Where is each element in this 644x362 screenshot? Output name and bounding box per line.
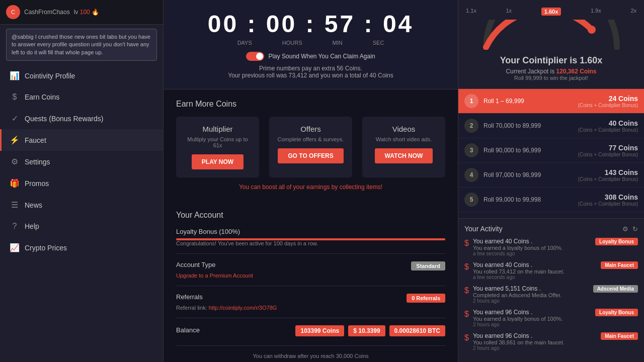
- roll-coins-val-5: 308 Coins: [578, 193, 638, 201]
- activity-badge-3: Adscend Media: [593, 285, 638, 293]
- sidebar-item-quests[interactable]: ✓ Quests (Bonus Rewards): [0, 108, 163, 129]
- filter-icon[interactable]: ⚙: [622, 225, 628, 233]
- prev-roll: Your previous roll was 73,412 and you wo…: [174, 72, 448, 79]
- sidebar-header: C CashFromChaos lv 100 🔥: [0, 0, 163, 25]
- roll-row-4: 4 Roll 97,000 to 98,999 143 Coins (Coins…: [458, 163, 644, 188]
- roll-range-2: Roll 70,000 to 89,999: [484, 122, 578, 129]
- toggle-knob: [256, 53, 263, 60]
- sidebar-item-earn[interactable]: $ Earn Coins: [0, 86, 163, 108]
- balance-coins: 103399 Coins: [295, 325, 344, 336]
- timer-section: 00 : 00 : 57 : 04 DAYS HOURS MIN SEC Pla…: [164, 0, 458, 89]
- gauge-current-badge: 1.60x: [541, 8, 561, 16]
- go-to-offers-button[interactable]: GO TO OFFERS: [278, 148, 343, 163]
- dollar-activity-icon-4: $: [464, 310, 469, 327]
- activity-desc-3: Completed an Adscend Media Offer.: [473, 292, 589, 298]
- activity-text-3: You earned 5,151 Coins . Completed an Ad…: [473, 285, 589, 304]
- gauge-label-2: 1x: [506, 8, 512, 16]
- check-icon: ✓: [10, 114, 20, 123]
- activity-item-1: $ You earned 40 Coins . You earned a loy…: [464, 238, 638, 256]
- sound-switch[interactable]: [246, 52, 264, 61]
- activity-main-1: You earned 40 Coins .: [473, 238, 591, 245]
- referral-link[interactable]: Referral link: http://cointiply.com/r/3O…: [176, 305, 445, 311]
- sidebar-item-faucet[interactable]: ⚡ Faucet: [0, 129, 163, 151]
- gauge-labels: 1.1x 1x 1.60x 1.9x 2x: [466, 8, 636, 16]
- roll-coins-sub-3: (Coins + Cointiplier Bonus): [578, 152, 638, 157]
- upgrade-link[interactable]: Upgrade to a Premium Account: [176, 273, 445, 279]
- loyalty-title: Loyalty Bonus (100%): [176, 228, 445, 235]
- label-hours: HOURS: [282, 40, 302, 46]
- nav-label-earn: Earn Coins: [25, 93, 59, 101]
- activity-section: Your Activity ⚙ ↻ $ You earned 40 Coins …: [458, 218, 644, 362]
- activity-time-3: 2 hours ago: [473, 298, 589, 304]
- roll-row-2: 2 Roll 70,000 to 89,999 40 Coins (Coins …: [458, 114, 644, 138]
- activity-header: Your Activity ⚙ ↻: [464, 225, 638, 233]
- gauge-label-1: 1.1x: [466, 8, 476, 16]
- username: CashFromChaos: [24, 9, 70, 16]
- sound-label: Play Sound When You Can Claim Again: [268, 53, 375, 60]
- play-now-button[interactable]: PLAY NOW: [192, 154, 244, 169]
- timer-hours: 00: [266, 11, 297, 37]
- sidebar-item-crypto[interactable]: 📈 Crypto Prices: [0, 237, 163, 258]
- referrals-badge: 0 Referrals: [407, 294, 445, 303]
- roll-num-1: 1: [464, 94, 478, 108]
- activity-badge-4: Loyalty Bonus: [595, 309, 638, 316]
- gauge-label-4: 2x: [630, 8, 636, 16]
- gauge-label-text: Your Cointiplier is 1.60x: [466, 55, 636, 66]
- balance-row: Balance 103399 Coins $ 10.3399 0.0002861…: [176, 325, 445, 346]
- sidebar-item-cointivity[interactable]: 📊 Cointivity Profile: [0, 65, 163, 86]
- roll-coins-val-4: 143 Coins: [578, 168, 638, 176]
- roll-coins-val-2: 40 Coins: [578, 119, 638, 127]
- gauge-label-3: 1.9x: [591, 8, 601, 16]
- avatar: C: [6, 5, 20, 19]
- roll-row-5: 5 Roll 99,000 to 99,998 308 Coins (Coins…: [458, 188, 644, 212]
- activity-badge-2: Main Faucet: [601, 261, 638, 269]
- activity-item-2: $ You earned 40 Coins . You rolled 73,41…: [464, 261, 638, 280]
- roll-coins-sub-1: (Coins + Cointiplier Bonus): [578, 103, 638, 108]
- videos-desc: Watch short video ads.: [370, 136, 437, 142]
- roll-num-5: 5: [464, 193, 478, 207]
- account-type-title: Account Type: [176, 261, 216, 268]
- activity-text-5: You earned 96 Coins . You rolled 38,661 …: [473, 332, 597, 351]
- roll-num-3: 3: [464, 143, 478, 157]
- account-title: Your Account: [176, 211, 445, 220]
- news-icon: ☰: [10, 200, 20, 210]
- multiplier-title: Multiplier: [184, 125, 251, 133]
- balance-usd: $ 10.3399: [348, 325, 385, 336]
- sidebar-item-news[interactable]: ☰ News: [0, 194, 163, 216]
- right-panel: 1.1x 1x 1.60x 1.9x 2x Your Cointiplier i…: [458, 0, 644, 362]
- roll-coins-sub-2: (Coins + Cointiplier Bonus): [578, 127, 638, 133]
- videos-title: Videos: [370, 125, 437, 133]
- sidebar-item-promos[interactable]: 🎁 Promos: [0, 172, 163, 194]
- balance-badges: 103399 Coins $ 10.3399 0.00028610 BTC: [295, 325, 445, 336]
- roll-coins-5: 308 Coins (Coins + Cointiplier Bonus): [578, 193, 638, 207]
- watch-now-button[interactable]: WATCH NOW: [375, 148, 433, 163]
- user-info: C CashFromChaos lv 100 🔥: [6, 5, 157, 19]
- nav-label-cointivity: Cointivity Profile: [25, 72, 75, 80]
- activity-main-2: You earned 40 Coins .: [473, 261, 597, 268]
- dollar-icon: $: [10, 93, 20, 102]
- svg-point-0: [588, 26, 596, 34]
- activity-desc-1: You earned a loyalty bonus of 100%.: [473, 245, 591, 251]
- sidebar-item-settings[interactable]: ⚙ Settings: [0, 151, 163, 172]
- roll-range-4: Roll 97,000 to 98,999: [484, 171, 578, 178]
- nav-items: 📊 Cointivity Profile $ Earn Coins ✓ Ques…: [0, 65, 163, 362]
- chart-icon: 📈: [10, 243, 20, 252]
- activity-item-3: $ You earned 5,151 Coins . Completed an …: [464, 285, 638, 304]
- boost-message: You can boost all of your earnings by co…: [176, 184, 445, 191]
- roll-range-5: Roll 99,000 to 99,998: [484, 196, 578, 203]
- referrals-title: Referrals: [176, 293, 203, 301]
- sidebar-item-help[interactable]: ? Help: [0, 216, 163, 237]
- referral-url[interactable]: http://cointiply.com/r/3O78G: [209, 305, 277, 311]
- roll-range-3: Roll 90,000 to 96,999: [484, 147, 578, 154]
- activity-desc-2: You rolled 73,412 on the main faucet.: [473, 268, 597, 275]
- activity-text-1: You earned 40 Coins . You earned a loyal…: [473, 238, 591, 256]
- activity-badge-1: Loyalty Bonus: [595, 238, 638, 245]
- sound-toggle[interactable]: Play Sound When You Can Claim Again: [174, 52, 448, 61]
- earn-card-videos: Videos Watch short video ads. WATCH NOW: [362, 117, 445, 177]
- refresh-icon[interactable]: ↻: [632, 225, 638, 233]
- nav-label-promos: Promos: [25, 179, 49, 188]
- earn-more-title: Earn More Coins: [176, 100, 445, 109]
- chat-tooltip: @sabbig I crushed those new ones bit lab…: [6, 29, 157, 61]
- activity-desc-5: You rolled 38,661 on the main faucet.: [473, 339, 597, 345]
- balance-btc: 0.00028610 BTC: [389, 325, 445, 336]
